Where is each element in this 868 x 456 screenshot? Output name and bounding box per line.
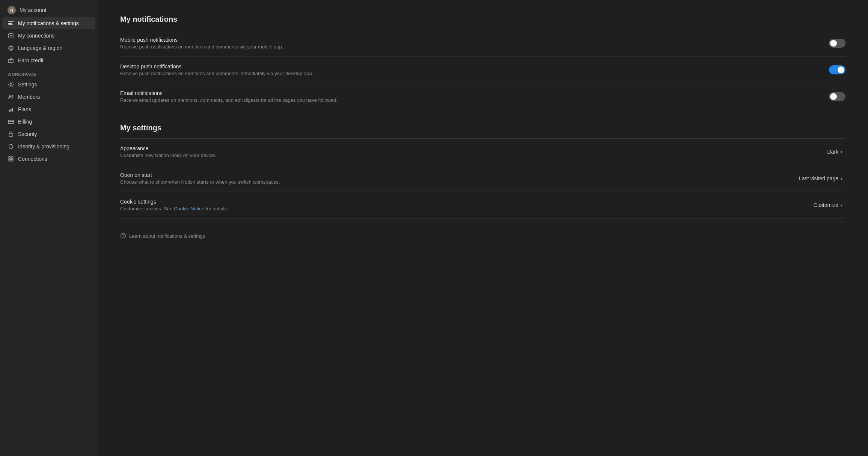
sidebar-item-my-account[interactable]: N My account bbox=[2, 3, 95, 17]
mobile-push-slider bbox=[829, 39, 845, 48]
svg-rect-12 bbox=[8, 120, 14, 124]
open-on-start-dropdown[interactable]: Last visited page ▾ bbox=[796, 174, 845, 183]
cookie-settings-description: Customize cookies. See Cookie Notice for… bbox=[120, 206, 428, 211]
chevron-down-icon: ▾ bbox=[841, 177, 842, 181]
cookie-settings-info: Cookie settings Customize cookies. See C… bbox=[120, 199, 428, 211]
svg-rect-9 bbox=[9, 110, 10, 112]
sidebar-item-plans[interactable]: Plans bbox=[2, 103, 95, 115]
svg-point-6 bbox=[10, 84, 12, 86]
avatar-icon: N bbox=[8, 6, 16, 14]
svg-point-8 bbox=[12, 95, 13, 97]
svg-rect-2 bbox=[8, 24, 13, 25]
sidebar-item-label: My notifications & settings bbox=[18, 20, 79, 26]
cookie-settings-label: Cookie settings bbox=[120, 199, 428, 205]
desktop-push-row: Desktop push notifications Receive push … bbox=[120, 57, 845, 83]
workspace-section-label: WORKSPACE bbox=[0, 67, 98, 78]
sidebar-item-earn-credit[interactable]: Earn credit bbox=[2, 54, 95, 66]
svg-rect-15 bbox=[11, 157, 13, 159]
help-link-label: Learn about notifications & settings bbox=[129, 233, 205, 239]
sidebar-item-my-notifications[interactable]: My notifications & settings bbox=[2, 17, 95, 29]
card-icon bbox=[8, 118, 14, 125]
sidebar-item-members[interactable]: Members bbox=[2, 91, 95, 103]
lock-icon bbox=[8, 131, 14, 137]
sidebar-item-language-region[interactable]: Language & region bbox=[2, 42, 95, 54]
svg-point-7 bbox=[9, 95, 11, 97]
sidebar-item-label: Members bbox=[18, 94, 40, 100]
cookie-notice-link[interactable]: Cookie Notice bbox=[174, 206, 204, 211]
gear-icon bbox=[8, 81, 14, 88]
email-notifications-description: Receive email updates on mentions, comme… bbox=[120, 97, 428, 103]
chart-icon bbox=[8, 106, 14, 113]
sidebar-account-section: N My account My notifications & settings… bbox=[0, 3, 98, 67]
svg-rect-0 bbox=[8, 21, 14, 22]
desktop-push-toggle[interactable] bbox=[829, 65, 845, 74]
email-notifications-info: Email notifications Receive email update… bbox=[120, 90, 428, 103]
mobile-push-row: Mobile push notifications Receive push n… bbox=[120, 30, 845, 57]
shield-icon bbox=[8, 143, 14, 150]
email-notifications-toggle[interactable] bbox=[829, 92, 845, 101]
desktop-push-slider bbox=[829, 65, 845, 74]
open-on-start-row: Open on start Choose what to show when N… bbox=[120, 165, 845, 192]
appearance-label: Appearance bbox=[120, 145, 428, 151]
email-notifications-slider bbox=[829, 92, 845, 101]
settings-section-title: My settings bbox=[120, 124, 845, 132]
svg-rect-10 bbox=[11, 109, 12, 112]
sidebar-item-connections[interactable]: Connections bbox=[2, 153, 95, 165]
sidebar-item-label: My connections bbox=[18, 33, 54, 39]
gift-icon bbox=[8, 57, 14, 64]
svg-rect-11 bbox=[12, 108, 13, 112]
open-on-start-label: Open on start bbox=[120, 172, 428, 178]
svg-rect-17 bbox=[11, 159, 13, 161]
help-link[interactable]: Learn about notifications & settings bbox=[120, 231, 845, 241]
cookie-settings-value: Customize bbox=[814, 202, 838, 208]
appearance-info: Appearance Customize how Notion looks on… bbox=[120, 145, 428, 158]
mobile-push-toggle[interactable] bbox=[829, 39, 845, 48]
help-circle-icon bbox=[120, 233, 126, 240]
appearance-dropdown[interactable]: Dark ▾ bbox=[824, 147, 845, 156]
desktop-push-label: Desktop push notifications bbox=[120, 63, 428, 69]
sidebar-item-label: My account bbox=[20, 7, 47, 13]
cookie-settings-row: Cookie settings Customize cookies. See C… bbox=[120, 192, 845, 219]
notifications-section-title: My notifications bbox=[120, 15, 845, 24]
open-on-start-description: Choose what to show when Notion starts o… bbox=[120, 179, 428, 185]
sidebar-item-my-connections[interactable]: My connections bbox=[2, 30, 95, 42]
mobile-push-label: Mobile push notifications bbox=[120, 37, 428, 43]
sidebar-workspace-section: Settings Members Plans bbox=[0, 78, 98, 165]
grid-icon bbox=[8, 156, 14, 162]
sidebar: N My account My notifications & settings… bbox=[0, 0, 98, 456]
sidebar-item-label: Settings bbox=[18, 82, 37, 88]
chevron-down-icon: ▾ bbox=[841, 150, 842, 154]
people-icon bbox=[8, 94, 14, 100]
cookie-desc-after: for details. bbox=[204, 206, 228, 211]
mobile-push-description: Receive push notifications on mentions a… bbox=[120, 44, 428, 50]
sidebar-item-label: Connections bbox=[18, 156, 47, 162]
svg-rect-14 bbox=[9, 157, 11, 159]
mobile-push-info: Mobile push notifications Receive push n… bbox=[120, 37, 428, 50]
desktop-push-description: Receive push notifications on mentions a… bbox=[120, 71, 428, 76]
open-on-start-value: Last visited page bbox=[799, 175, 838, 181]
lines-icon bbox=[8, 20, 14, 27]
sidebar-item-security[interactable]: Security bbox=[2, 128, 95, 140]
appearance-row: Appearance Customize how Notion looks on… bbox=[120, 139, 845, 165]
cookie-desc-before: Customize cookies. See bbox=[120, 206, 174, 211]
cookie-settings-dropdown[interactable]: Customize ▾ bbox=[811, 201, 845, 210]
svg-rect-1 bbox=[8, 23, 12, 24]
chevron-down-icon: ▾ bbox=[841, 203, 842, 207]
sidebar-item-label: Plans bbox=[18, 106, 31, 112]
sidebar-item-label: Language & region bbox=[18, 45, 62, 51]
box-arrow-icon bbox=[8, 32, 14, 39]
sidebar-item-settings[interactable]: Settings bbox=[2, 79, 95, 91]
open-on-start-info: Open on start Choose what to show when N… bbox=[120, 172, 428, 185]
main-content: My notifications Mobile push notificatio… bbox=[98, 0, 868, 456]
sidebar-item-label: Earn credit bbox=[18, 57, 44, 63]
appearance-value: Dark bbox=[827, 149, 838, 155]
appearance-description: Customize how Notion looks on your devic… bbox=[120, 153, 428, 158]
sidebar-item-billing[interactable]: Billing bbox=[2, 116, 95, 128]
sidebar-item-identity-provisioning[interactable]: Identity & provisioning bbox=[2, 140, 95, 153]
sidebar-item-label: Security bbox=[18, 131, 37, 137]
email-notifications-label: Email notifications bbox=[120, 90, 428, 96]
svg-point-19 bbox=[123, 237, 124, 237]
svg-rect-16 bbox=[9, 159, 11, 161]
globe-icon bbox=[8, 45, 14, 51]
desktop-push-info: Desktop push notifications Receive push … bbox=[120, 63, 428, 76]
